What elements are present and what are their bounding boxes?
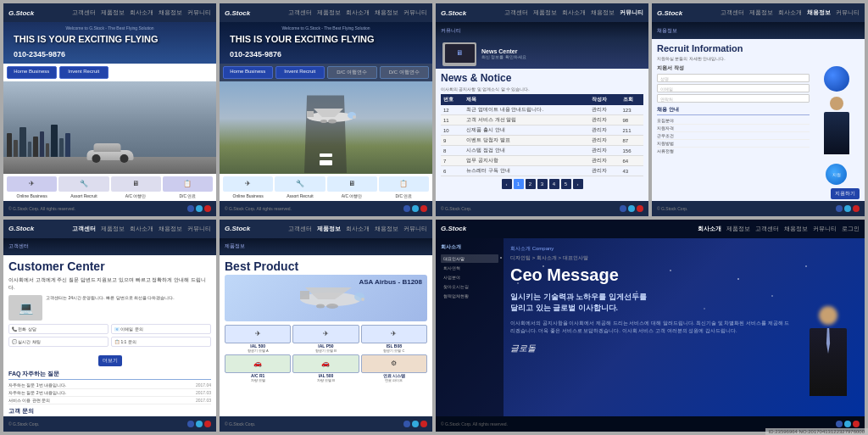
- apply-circle-btn[interactable]: 지원: [826, 164, 847, 185]
- social-icon-y[interactable]: [204, 205, 211, 212]
- page-btn-4[interactable]: 4: [549, 179, 559, 189]
- p3-social-f[interactable]: [620, 205, 626, 212]
- nav-item-4[interactable]: 채용정보: [159, 8, 182, 17]
- news-row-title[interactable]: 최근 업데이트 내용 안내드립니다.: [464, 105, 588, 115]
- faq-row-2[interactable]: 자주하는 질문 2번 내용입니다. 2017.03: [8, 389, 211, 397]
- p5-social-t[interactable]: [196, 421, 203, 427]
- p2-nav-4[interactable]: 채용정보: [375, 8, 398, 17]
- p2-service-2[interactable]: Invent Recruit: [275, 66, 326, 79]
- p5-social-f[interactable]: [187, 421, 194, 427]
- p2-service-1[interactable]: Home Business: [223, 66, 273, 79]
- p7-nav-3[interactable]: 고객센터: [755, 225, 779, 233]
- p6-social-f[interactable]: [403, 421, 410, 427]
- p2-social-f[interactable]: [403, 205, 410, 212]
- recruit-menu-5[interactable]: 서류전형: [657, 148, 810, 154]
- p4-social-f[interactable]: [836, 205, 843, 212]
- recruit-field-name[interactable]: 성명: [657, 74, 810, 82]
- customer-item-1[interactable]: 📞 전화 상담: [8, 324, 108, 334]
- p3-social-y[interactable]: [637, 205, 643, 212]
- customer-item-4[interactable]: 📋 1:1 문의: [111, 337, 211, 347]
- p2-nav-5[interactable]: 커뮤니티: [403, 8, 427, 17]
- p3-nav-5[interactable]: 커뮤니티: [620, 8, 643, 17]
- p5-nav-2[interactable]: 제품정보: [101, 225, 125, 233]
- product-3[interactable]: ✈ ISL B08 항공기 모델 C: [361, 325, 427, 353]
- product-6[interactable]: ⚙ 연료 시스템 연료 파이프: [361, 354, 427, 382]
- page-btn-next[interactable]: ›: [573, 179, 583, 189]
- p7-nav-4[interactable]: 채용정보: [784, 225, 808, 233]
- page-btn-prev[interactable]: ‹: [502, 179, 512, 189]
- p4-nav-2[interactable]: 제품정보: [749, 8, 773, 17]
- recruit-menu-3[interactable]: 근무조건: [657, 132, 810, 140]
- recruit-menu-1[interactable]: 모집분야: [657, 117, 810, 125]
- p2-nav-1[interactable]: 고객센터: [288, 8, 312, 17]
- sidebar-item-1[interactable]: 대표인사말: [441, 254, 498, 263]
- p5-nav-4[interactable]: 채용정보: [159, 225, 182, 233]
- recruit-menu-2[interactable]: 지원자격: [657, 125, 810, 132]
- p4-nav-1[interactable]: 고객센터: [721, 8, 744, 17]
- nav-item-5[interactable]: 커뮤니티: [187, 8, 211, 17]
- p7-nav-1[interactable]: 회사소개: [698, 225, 721, 233]
- p5-nav-1[interactable]: 고객센터: [72, 225, 96, 233]
- p3-nav-3[interactable]: 회사소개: [562, 8, 586, 17]
- news-table-row[interactable]: 10신제품 출시 안내관리자211: [441, 125, 643, 136]
- p3-nav-1[interactable]: 고객센터: [504, 8, 528, 17]
- p7-social-f[interactable]: [836, 421, 843, 427]
- news-row-title[interactable]: 이벤트 당첨자 발표: [464, 136, 588, 146]
- p5-nav-5[interactable]: 커뮤니티: [187, 225, 211, 233]
- sidebar-item-2[interactable]: 회사연혁: [441, 264, 498, 272]
- page-btn-3[interactable]: 3: [537, 179, 548, 189]
- product-1[interactable]: ✈ IAL 500 항공기 모델 A: [225, 325, 291, 353]
- nav-item-2[interactable]: 제품정보: [101, 8, 125, 17]
- service-box-3[interactable]: D/C 여행연수: [111, 66, 161, 79]
- customer-item-3[interactable]: 💬 실시간 채팅: [8, 337, 108, 347]
- p3-social-t[interactable]: [628, 205, 635, 212]
- p6-social-y[interactable]: [420, 421, 427, 427]
- page-btn-5[interactable]: 5: [561, 179, 571, 189]
- p6-social-t[interactable]: [412, 421, 419, 427]
- product-4[interactable]: 🚗 A/C R1 차량 모델: [225, 354, 291, 382]
- p2-nav-2[interactable]: 제품정보: [317, 8, 341, 17]
- sidebar-item-3[interactable]: 사업분야: [441, 273, 498, 282]
- sidebar-item-4[interactable]: 찾아오시는길: [441, 282, 498, 291]
- p6-nav-4[interactable]: 채용정보: [375, 225, 398, 233]
- p2-nav-3[interactable]: 회사소개: [346, 8, 370, 17]
- news-table-row[interactable]: 8시스템 점검 안내관리자156: [441, 146, 643, 156]
- submit-btn[interactable]: 지원하기: [831, 188, 860, 199]
- p7-social-y[interactable]: [853, 421, 860, 427]
- nav-item-3[interactable]: 회사소개: [130, 8, 153, 17]
- p5-social-y[interactable]: [204, 421, 211, 427]
- p3-nav-2[interactable]: 제품정보: [533, 8, 557, 17]
- p6-nav-1[interactable]: 고객센터: [288, 225, 312, 233]
- recruit-field-email[interactable]: 이메일: [657, 84, 810, 92]
- p4-nav-5[interactable]: 커뮤니티: [836, 8, 860, 17]
- customer-item-2[interactable]: 📧 이메일 문의: [111, 324, 211, 334]
- faq-row-3[interactable]: 서비스 이용 관련 문의 2017.03: [8, 397, 211, 404]
- page-btn-2[interactable]: 2: [526, 179, 536, 189]
- p4-social-t[interactable]: [844, 205, 851, 212]
- news-table-row[interactable]: 12최근 업데이트 내용 안내드립니다.관리자123: [441, 105, 643, 115]
- news-row-title[interactable]: 시스템 점검 안내: [464, 146, 588, 156]
- social-icon-t[interactable]: [196, 205, 203, 212]
- p3-nav-4[interactable]: 채용정보: [591, 8, 615, 17]
- p2-social-t[interactable]: [412, 205, 419, 212]
- product-2[interactable]: ✈ IAL P50 항공기 모델 B: [292, 325, 359, 353]
- news-table-row[interactable]: 9이벤트 당첨자 발표관리자87: [441, 136, 643, 146]
- p5-nav-3[interactable]: 회사소개: [130, 225, 153, 233]
- p2-service-4[interactable]: D/C 여행연수: [380, 66, 430, 79]
- p7-social-t[interactable]: [844, 421, 851, 427]
- p4-nav-3[interactable]: 회사소개: [778, 8, 802, 17]
- news-table-row[interactable]: 11고객 서비스 개선 알림관리자98: [441, 115, 643, 125]
- service-box-4[interactable]: D/C 여행연수: [164, 66, 214, 79]
- p2-service-3[interactable]: D/C 여행연수: [327, 66, 377, 79]
- service-box-2[interactable]: Invent Recruit: [59, 66, 109, 79]
- nav-item-1[interactable]: 고객센터: [72, 8, 96, 17]
- recruit-menu-4[interactable]: 지원방법: [657, 140, 810, 148]
- p7-nav-login[interactable]: 로그인: [842, 225, 860, 233]
- p7-nav-5[interactable]: 커뮤니티: [813, 225, 837, 233]
- p7-nav-2[interactable]: 제품정보: [726, 225, 750, 233]
- social-icon-f[interactable]: [187, 205, 194, 212]
- news-row-title[interactable]: 고객 서비스 개선 알림: [464, 115, 588, 125]
- more-btn[interactable]: 더보기: [98, 355, 122, 366]
- service-box-1[interactable]: Home Business: [7, 66, 57, 79]
- sidebar-item-5[interactable]: 협력업체현황: [441, 292, 498, 300]
